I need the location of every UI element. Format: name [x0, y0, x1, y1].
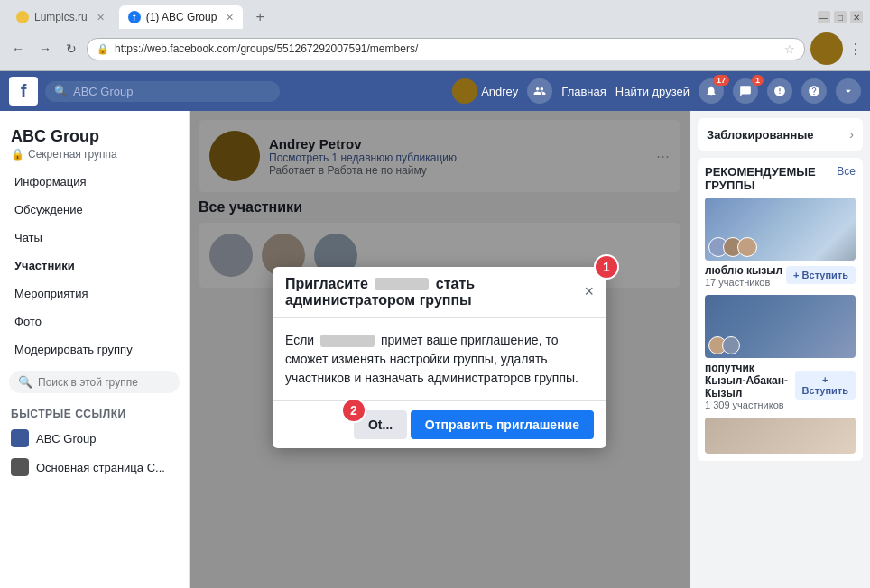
more-button[interactable]	[836, 78, 861, 104]
browser-more-icon[interactable]: ⋮	[848, 41, 863, 58]
sidebar-item-info[interactable]: Информация	[4, 168, 185, 196]
maximize-button[interactable]: □	[834, 11, 847, 23]
group-card-2-members: 1 309 участников	[705, 400, 795, 410]
main-page-icon	[11, 458, 29, 476]
modal-footer: 2 Ot... Отправить приглашение	[273, 400, 606, 448]
group-card-1-name: люблю кызыл	[705, 264, 782, 277]
nav-find-friends-label: Найти друзей	[615, 85, 690, 98]
add-friend-icon-btn[interactable]	[527, 78, 552, 104]
fb-navbar: f 🔍 Andrey Главная Найти друзей 17 1	[0, 71, 870, 111]
abc-group-icon	[11, 429, 29, 447]
new-tab-button[interactable]: +	[248, 5, 271, 29]
navbar-search-input[interactable]	[73, 85, 254, 98]
people-icon	[533, 85, 546, 97]
modal-title: Пригласите стать администратором группы	[285, 276, 584, 308]
forward-button[interactable]: →	[34, 40, 56, 58]
modal-body-prefix: Если	[285, 333, 314, 347]
fb-search-bar[interactable]: 🔍	[45, 81, 280, 102]
navbar-search-icon: 🔍	[54, 85, 68, 97]
group-card-1-avatars	[708, 237, 757, 257]
nav-home[interactable]: Главная	[561, 85, 606, 98]
recommended-section: РЕКОМЕНДУЕМЫЕ ГРУППЫ Все люблю кызыл 17 …	[698, 158, 863, 461]
badge-number-2: 2	[341, 398, 366, 423]
alerts-button[interactable]	[767, 78, 792, 104]
sidebar-item-discussion[interactable]: Обсуждение	[4, 196, 185, 224]
quick-link-main-label: Основная страница С...	[36, 461, 165, 474]
group-card-1-image	[705, 198, 856, 261]
recommended-title: РЕКОМЕНДУЕМЫЕ ГРУППЫ	[705, 165, 837, 192]
recommended-all-link[interactable]: Все	[837, 165, 856, 192]
modal-overlay: 1 Пригласите стать администратором групп…	[190, 111, 690, 588]
confirm-btn-wrapper: 2 Ot... Отправить приглашение	[354, 410, 594, 439]
group-card-3-partial	[705, 418, 856, 454]
help-button[interactable]	[801, 78, 827, 104]
group-card-2-info: попутчик Кызыл-Абакан-Кызыл 1 309 участн…	[705, 362, 856, 410]
group-card-1-members: 17 участников	[705, 277, 782, 288]
avatar-5	[722, 336, 740, 354]
sidebar-search[interactable]: 🔍	[9, 371, 180, 393]
nav-friends-icon[interactable]	[527, 78, 552, 104]
tab-lumpics-close[interactable]: ✕	[97, 12, 105, 23]
address-text: https://web.facebook.com/groups/55126729…	[115, 42, 775, 55]
group-card-2-avatars	[708, 336, 740, 354]
modal-body-text: Если примет ваше приглашение, то сможет …	[285, 331, 594, 388]
group-name: ABC Group	[0, 120, 189, 148]
chevron-down-icon	[842, 85, 855, 97]
fb-logo: f	[9, 77, 38, 106]
alert-icon	[773, 85, 786, 97]
nav-profile[interactable]: Andrey	[452, 78, 518, 104]
nav-profile-label: Andrey	[481, 85, 518, 98]
notifications-badge: 17	[713, 75, 729, 86]
group-card-2-name: попутчик Кызыл-Абакан-Кызыл	[705, 362, 795, 400]
address-bar: ← → ↻ 🔒 https://web.facebook.com/groups/…	[0, 29, 870, 70]
quick-link-abc-label: ABC Group	[36, 432, 96, 446]
sidebar-item-members[interactable]: Участники	[4, 252, 185, 280]
lock-icon: 🔒	[97, 43, 109, 55]
modal-blurred-name	[375, 278, 429, 290]
bell-icon	[705, 85, 717, 97]
tab-facebook-close[interactable]: ✕	[226, 12, 234, 23]
tab-facebook-label: (1) ABC Group	[146, 11, 218, 23]
reload-button[interactable]: ↻	[61, 40, 81, 58]
blocked-chevron-icon: ›	[849, 127, 854, 142]
modal-body: Если примет ваше приглашение, то сможет …	[273, 318, 606, 400]
join-group-1-button[interactable]: + Вступить	[786, 266, 856, 284]
messages-button[interactable]: 1	[733, 78, 758, 104]
quick-link-main-page[interactable]: Основная страница С...	[0, 453, 189, 482]
left-sidebar: ABC Group 🔒 Секретная группа Информация …	[0, 111, 190, 588]
window-controls: — □ ✕	[818, 11, 863, 23]
nav-profile-avatar	[452, 78, 477, 104]
minimize-button[interactable]: —	[818, 11, 830, 23]
modal-wrapper: 1 Пригласите стать администратором групп…	[273, 267, 606, 448]
right-sidebar: Заблокированные › РЕКОМЕНДУЕМЫЕ ГРУППЫ В…	[690, 111, 870, 588]
quick-links-title: Быстрые ссылки	[0, 400, 189, 424]
modal-header: Пригласите стать администратором группы …	[273, 267, 606, 318]
modal-body-blurred-name	[320, 335, 375, 347]
bookmark-icon: ☆	[784, 42, 795, 56]
notifications-button[interactable]: 17	[699, 78, 724, 104]
nav-home-label: Главная	[561, 85, 606, 98]
browser-chrome: Lumpics.ru ✕ f (1) ABC Group ✕ + — □ ✕ ←…	[0, 0, 870, 71]
blocked-section[interactable]: Заблокированные ›	[698, 118, 863, 151]
back-button[interactable]: ←	[7, 40, 29, 58]
tab-lumpics[interactable]: Lumpics.ru ✕	[7, 5, 114, 29]
sidebar-item-photos[interactable]: Фото	[4, 308, 185, 335]
modal-close-button[interactable]: ×	[584, 282, 594, 301]
nav-find-friends[interactable]: Найти друзей	[615, 85, 690, 98]
sidebar-item-moderate[interactable]: Модерировать группу	[4, 335, 185, 363]
address-input-container[interactable]: 🔒 https://web.facebook.com/groups/551267…	[87, 38, 805, 60]
tab-facebook[interactable]: f (1) ABC Group ✕	[119, 5, 244, 29]
group-card-1-details: люблю кызыл 17 участников	[705, 264, 782, 288]
sidebar-item-events[interactable]: Мероприятия	[4, 280, 185, 308]
sidebar-item-chats[interactable]: Чаты	[4, 224, 185, 252]
sidebar-search-input[interactable]	[38, 376, 171, 389]
facebook-favicon: f	[128, 11, 141, 23]
close-button[interactable]: ✕	[850, 11, 863, 23]
group-card-2-image	[705, 295, 856, 358]
avatar-3	[737, 237, 757, 257]
main-layout: ABC Group 🔒 Секретная группа Информация …	[0, 111, 870, 588]
quick-link-abc-group[interactable]: ABC Group	[0, 424, 189, 453]
join-group-2-button[interactable]: + Вступить	[795, 371, 856, 400]
browser-profile-avatar[interactable]	[810, 32, 843, 65]
send-invitation-button[interactable]: Отправить приглашение	[411, 410, 594, 439]
